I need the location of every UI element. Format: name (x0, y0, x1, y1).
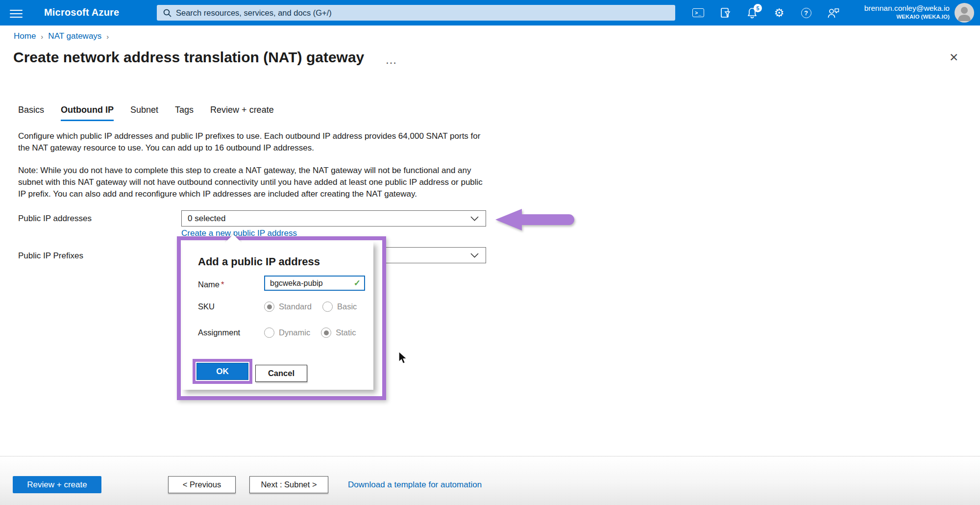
cancel-button[interactable]: Cancel (255, 365, 307, 382)
chevron-down-icon (470, 253, 479, 258)
cloud-shell-icon[interactable]: >_ (692, 6, 705, 19)
tab-subnet[interactable]: Subnet (130, 105, 158, 121)
breadcrumb: Home › NAT gateways › (14, 31, 109, 41)
search-icon (163, 9, 172, 17)
azure-top-bar: Microsoft Azure Search resources, servic… (0, 0, 980, 25)
intro-paragraph: Configure which public IP addresses and … (18, 130, 489, 154)
radio-selected-icon (264, 302, 274, 312)
radio-unselected-icon (322, 302, 333, 312)
mouse-cursor-icon (398, 351, 409, 365)
previous-button[interactable]: < Previous (168, 476, 236, 493)
avatar[interactable] (955, 3, 974, 23)
ok-button[interactable]: OK (196, 363, 248, 380)
global-search-input[interactable]: Search resources, services, and docs (G+… (157, 5, 675, 21)
dialog-beak (225, 234, 242, 251)
radio-selected-icon (321, 328, 331, 338)
brand-title: Microsoft Azure (44, 7, 119, 18)
account-email: brennan.conley@weka.io (864, 3, 950, 13)
search-placeholder: Search resources, services, and docs (G+… (176, 8, 332, 18)
note-paragraph: Note: While you do not have to complete … (18, 165, 489, 200)
footer-bar (0, 456, 980, 505)
help-icon[interactable]: ? (800, 6, 812, 19)
annotation-highlight-ok: OK (193, 359, 252, 384)
tab-outbound-ip[interactable]: Outbound IP (61, 105, 114, 121)
add-public-ip-dialog: Add a public IP address Name* bgcweka-pu… (182, 242, 373, 390)
name-field[interactable]: bgcweka-pubip ✓ (264, 276, 365, 291)
public-ip-addresses-value: 0 selected (188, 214, 226, 224)
name-label: Name* (198, 280, 264, 289)
valid-check-icon: ✓ (354, 278, 361, 288)
sku-radio-basic[interactable]: Basic (322, 302, 357, 312)
settings-gear-icon[interactable]: ⚙ (773, 6, 785, 19)
account-info[interactable]: brennan.conley@weka.io WEKAIO (WEKA.IO) (864, 3, 950, 20)
public-ip-addresses-label: Public IP addresses (18, 214, 92, 224)
chevron-right-icon: › (106, 32, 109, 41)
required-asterisk: * (221, 280, 224, 289)
close-icon[interactable]: ✕ (949, 51, 958, 64)
download-template-link[interactable]: Download a template for automation (348, 480, 482, 490)
radio-unselected-icon (264, 328, 274, 338)
assignment-radio-static[interactable]: Static (321, 328, 356, 338)
wizard-tabs: Basics Outbound IP Subnet Tags Review + … (18, 105, 274, 121)
next-subnet-button[interactable]: Next : Subnet > (249, 476, 328, 493)
public-ip-prefixes-label: Public IP Prefixes (18, 251, 83, 261)
sku-label: SKU (198, 302, 264, 311)
notification-count-badge: 5 (754, 4, 762, 12)
feedback-icon[interactable] (827, 6, 839, 19)
chevron-down-icon (470, 216, 479, 221)
assignment-radio-dynamic[interactable]: Dynamic (264, 328, 310, 338)
tab-review-create[interactable]: Review + create (210, 105, 274, 121)
name-field-value: bgcweka-pubip (270, 279, 323, 288)
directory-filter-icon[interactable] (719, 6, 732, 19)
account-tenant: WEKAIO (WEKA.IO) (864, 13, 950, 20)
hamburger-menu-icon[interactable] (10, 7, 23, 18)
public-ip-addresses-dropdown[interactable]: 0 selected (181, 210, 486, 227)
tab-tags[interactable]: Tags (175, 105, 194, 121)
tab-basics[interactable]: Basics (18, 105, 44, 121)
breadcrumb-home-link[interactable]: Home (14, 31, 36, 41)
page-title: Create network address translation (NAT)… (13, 49, 364, 66)
dialog-title: Add a public IP address (198, 255, 320, 268)
assignment-label: Assignment (198, 328, 264, 337)
chevron-right-icon: › (41, 32, 43, 41)
annotation-arrow-icon (491, 207, 579, 232)
sku-radio-standard[interactable]: Standard (264, 302, 312, 312)
more-options-ellipsis-icon[interactable]: … (385, 53, 397, 67)
notifications-bell-icon[interactable]: 5 (746, 6, 759, 19)
breadcrumb-nat-gateways-link[interactable]: NAT gateways (48, 31, 101, 41)
review-create-button[interactable]: Review + create (13, 476, 101, 493)
annotation-highlight-box: Add a public IP address Name* bgcweka-pu… (177, 236, 386, 400)
